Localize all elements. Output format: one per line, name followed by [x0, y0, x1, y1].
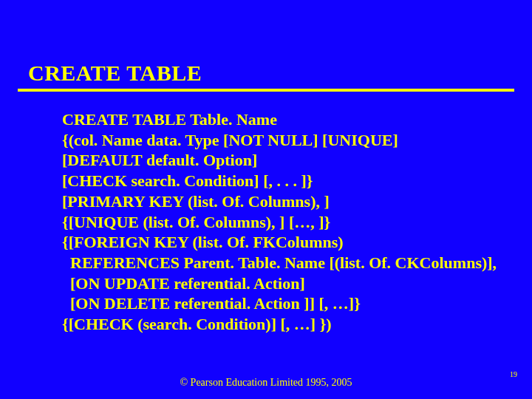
- code-line: CREATE TABLE Table. Name: [62, 109, 497, 130]
- footer-copyright: © Pearson Education Limited 1995, 2005: [0, 377, 532, 389]
- code-line: [DEFAULT default. Option]: [62, 150, 497, 171]
- code-line: REFERENCES Parent. Table. Name [(list. O…: [62, 253, 497, 273]
- title-underline: [18, 89, 514, 92]
- slide-title: CREATE TABLE: [28, 61, 202, 86]
- code-line: {[UNIQUE (list. Of. Columns), ] […, ]}: [62, 212, 497, 233]
- code-line: {(col. Name data. Type [NOT NULL] [UNIQU…: [62, 130, 497, 151]
- code-line: [ON DELETE referential. Action ]] [, …]}: [62, 293, 497, 314]
- slide: CREATE TABLE CREATE TABLE Table. Name {(…: [0, 0, 532, 399]
- code-line: [CHECK search. Condition] [, . . . ]}: [62, 171, 497, 191]
- page-number: 19: [510, 370, 517, 378]
- code-line: {[FOREIGN KEY (list. Of. FKColumns): [62, 232, 497, 253]
- code-line: [ON UPDATE referential. Action]: [62, 273, 497, 294]
- code-line: {[CHECK (search. Condition)] [, …] }): [62, 314, 497, 335]
- body-text: CREATE TABLE Table. Name {(col. Name dat…: [62, 109, 497, 335]
- code-line: [PRIMARY KEY (list. Of. Columns), ]: [62, 191, 497, 212]
